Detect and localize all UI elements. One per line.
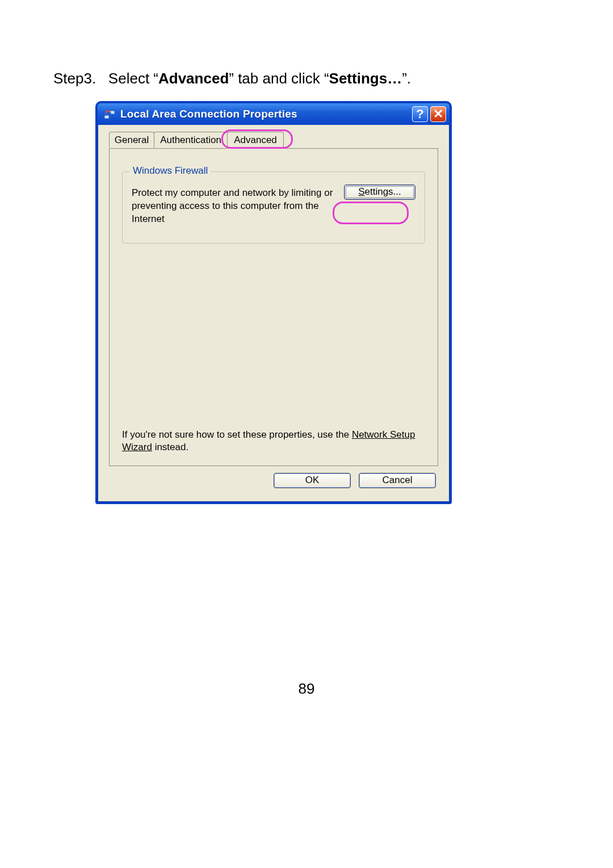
client-area: General Authentication Advanced Windows … [98, 125, 450, 502]
cancel-button[interactable]: Cancel [359, 473, 436, 488]
tab-advanced[interactable]: Advanced [227, 132, 284, 149]
tab-strip: General Authentication Advanced [109, 132, 438, 149]
tab-authentication[interactable]: Authentication [154, 132, 228, 148]
page-number: 89 [0, 680, 613, 698]
instruction-step: Step3. Select “Advanced” tab and click “… [53, 68, 562, 89]
dialog-button-row: OK Cancel [109, 466, 438, 497]
tab-general[interactable]: General [109, 132, 154, 148]
close-icon: ✕ [433, 107, 443, 121]
settings-button[interactable]: Settings... [344, 184, 415, 200]
step-prefix: Step3. [53, 70, 96, 87]
tab-panel-advanced: Windows Firewall Protect my computer and… [109, 148, 438, 466]
svg-rect-0 [104, 115, 109, 119]
hint-text: If you're not sure how to set these prop… [122, 429, 425, 455]
window-title: Local Area Connection Properties [120, 108, 410, 120]
close-button[interactable]: ✕ [430, 106, 446, 122]
connection-icon [103, 108, 116, 120]
help-icon: ? [416, 107, 423, 121]
ok-button[interactable]: OK [274, 473, 351, 488]
groupbox-legend: Windows Firewall [129, 165, 211, 177]
groupbox-windows-firewall: Windows Firewall Protect my computer and… [122, 171, 425, 244]
titlebar[interactable]: Local Area Connection Properties ? ✕ [98, 103, 450, 125]
properties-dialog: Local Area Connection Properties ? ✕ Gen… [95, 101, 452, 504]
help-button[interactable]: ? [412, 106, 428, 122]
firewall-description: Protect my computer and network by limit… [132, 184, 334, 226]
